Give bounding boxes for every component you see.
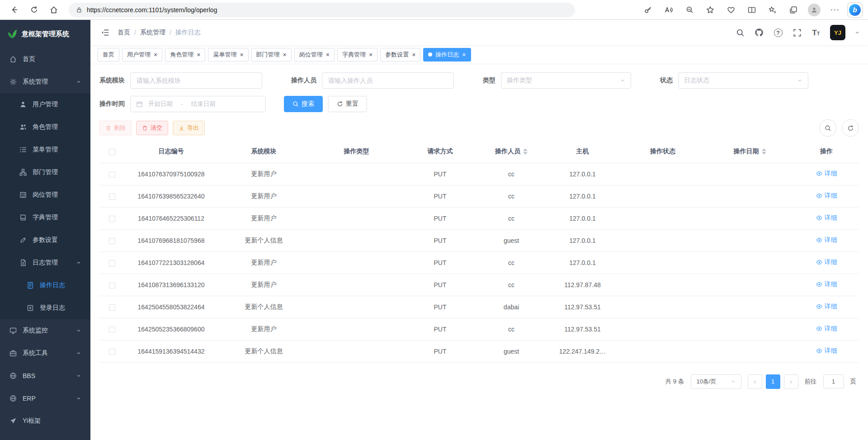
zoom-out-icon[interactable] [681, 2, 698, 18]
password-key-icon[interactable] [639, 2, 656, 18]
row-checkbox[interactable] [109, 282, 115, 289]
close-icon[interactable]: × [154, 52, 157, 58]
close-icon[interactable]: × [412, 52, 415, 58]
browser-more-icon[interactable]: ··· [826, 2, 844, 18]
detail-link[interactable]: 详细 [816, 347, 837, 355]
breadcrumb-system-mgmt[interactable]: 系统管理 [140, 28, 165, 37]
reset-button[interactable]: 重置 [328, 96, 367, 112]
tab-home[interactable]: 首页 [98, 48, 119, 62]
page-1-button[interactable]: 1 [766, 374, 780, 389]
fullscreen-icon[interactable] [792, 28, 802, 38]
tab-menu-mgmt[interactable]: 菜单管理× [208, 48, 248, 62]
page-size-select[interactable]: 10条/页 [691, 374, 741, 389]
chevron-down-icon[interactable] [854, 30, 860, 35]
status-filter-select[interactable]: 日志状态 [678, 72, 808, 89]
row-checkbox[interactable] [109, 171, 115, 178]
close-icon[interactable]: × [283, 52, 287, 58]
github-icon[interactable] [754, 28, 764, 38]
favorites-add-icon[interactable] [702, 2, 719, 18]
sidebar-item-user-mgmt[interactable]: 用户管理 [0, 93, 90, 116]
detail-link[interactable]: 详细 [816, 280, 837, 289]
favorites-bar-icon[interactable] [764, 2, 781, 18]
search-button[interactable]: 搜索 [284, 96, 323, 112]
export-button[interactable]: 导出 [173, 121, 205, 135]
split-screen-icon[interactable] [743, 2, 760, 18]
tab-dept-mgmt[interactable]: 部门管理× [251, 48, 292, 62]
column-operator[interactable]: 操作人员 [477, 140, 545, 163]
prev-page-button[interactable]: ‹ [748, 374, 762, 389]
sidebar-item-bbs[interactable]: BBS [0, 364, 90, 387]
tab-dict-mgmt[interactable]: 字典管理× [337, 48, 377, 62]
row-checkbox[interactable] [109, 326, 115, 333]
sidebar-item-role-mgmt[interactable]: 角色管理 [0, 116, 90, 138]
clear-button[interactable]: 清空 [136, 121, 168, 135]
detail-link[interactable]: 详细 [816, 325, 837, 333]
font-size-icon[interactable]: TT [811, 28, 821, 38]
browser-back-button[interactable] [5, 2, 23, 18]
breadcrumb-home[interactable]: 首页 [118, 28, 130, 37]
detail-link[interactable]: 详细 [816, 170, 837, 178]
sidebar-item-login-log[interactable]: 登录日志 [0, 297, 90, 319]
close-icon[interactable]: × [462, 52, 466, 58]
detail-link[interactable]: 详细 [816, 192, 837, 200]
browser-essentials-icon[interactable] [722, 2, 740, 18]
sidebar-item-system-tools[interactable]: 系统工具 [0, 342, 90, 364]
read-aloud-icon[interactable] [660, 2, 677, 18]
operator-filter-input[interactable] [322, 72, 454, 89]
goto-page-input[interactable] [823, 374, 844, 388]
sidebar-item-erp[interactable]: ERP [0, 387, 90, 410]
sidebar-item-yi-framework[interactable]: Yi框架 [0, 410, 90, 432]
row-checkbox[interactable] [109, 238, 115, 244]
toggle-search-button[interactable] [819, 119, 836, 137]
bing-copilot-icon[interactable]: b [847, 2, 863, 18]
close-icon[interactable]: × [240, 52, 243, 58]
next-page-button[interactable]: › [784, 374, 798, 389]
tab-param-settings[interactable]: 参数设置× [380, 48, 420, 62]
delete-button[interactable]: 删除 [99, 121, 132, 135]
type-filter-select[interactable]: 操作类型 [501, 72, 631, 89]
row-checkbox[interactable] [109, 260, 115, 266]
sidebar-item-operation-log[interactable]: 操作日志 [0, 274, 90, 297]
detail-link[interactable]: 详细 [816, 236, 837, 244]
detail-link[interactable]: 详细 [816, 258, 837, 266]
browser-address-bar[interactable]: https://ccnetcore.com:1101/system/log/op… [69, 3, 575, 17]
edit-pencil-icon [19, 236, 27, 244]
row-checkbox[interactable] [109, 216, 115, 222]
close-icon[interactable]: × [326, 52, 330, 58]
detail-link[interactable]: 详细 [816, 214, 837, 222]
tab-user-mgmt[interactable]: 用户管理× [122, 48, 162, 62]
browser-refresh-button[interactable] [25, 2, 42, 18]
collections-icon[interactable] [785, 2, 802, 18]
close-icon[interactable]: × [197, 52, 200, 58]
close-icon[interactable]: × [369, 52, 373, 58]
browser-home-button[interactable] [45, 2, 62, 18]
detail-link[interactable]: 详细 [816, 303, 837, 311]
tab-operation-log[interactable]: 操作日志× [423, 48, 471, 62]
sidebar-item-menu-mgmt[interactable]: 菜单管理 [0, 138, 90, 161]
sidebar-item-dept-mgmt[interactable]: 部门管理 [0, 161, 90, 184]
user-avatar[interactable]: YJ [830, 25, 845, 40]
row-checkbox[interactable] [109, 349, 115, 355]
select-all-checkbox[interactable] [109, 149, 115, 155]
sort-carets-icon[interactable] [762, 148, 766, 155]
search-icon[interactable] [735, 28, 745, 38]
sidebar-item-post-mgmt[interactable]: 岗位管理 [0, 184, 90, 206]
sidebar-item-home[interactable]: 首页 [0, 48, 90, 71]
sidebar-item-dict-mgmt[interactable]: 字典管理 [0, 206, 90, 229]
tab-role-mgmt[interactable]: 角色管理× [165, 48, 205, 62]
sort-carets-icon[interactable] [523, 148, 528, 155]
sidebar-item-log-mgmt[interactable]: 日志管理 [0, 251, 90, 274]
sidebar-item-system-monitor[interactable]: 系统监控 [0, 319, 90, 342]
sidebar-item-system[interactable]: 系统管理 [0, 71, 90, 93]
column-date[interactable]: 操作日期 [706, 140, 794, 163]
refresh-table-button[interactable] [842, 119, 859, 137]
tab-post-mgmt[interactable]: 岗位管理× [294, 48, 335, 62]
date-range-picker[interactable]: 开始日期 - 结束日期 [130, 96, 266, 112]
help-icon[interactable]: ? [773, 28, 783, 38]
browser-profile-avatar[interactable] [806, 2, 823, 18]
sidebar-item-param-settings[interactable]: 参数设置 [0, 229, 90, 251]
module-filter-input[interactable] [130, 72, 262, 89]
row-checkbox[interactable] [109, 304, 115, 311]
sidebar-collapse-button[interactable] [99, 26, 112, 39]
row-checkbox[interactable] [109, 194, 115, 200]
